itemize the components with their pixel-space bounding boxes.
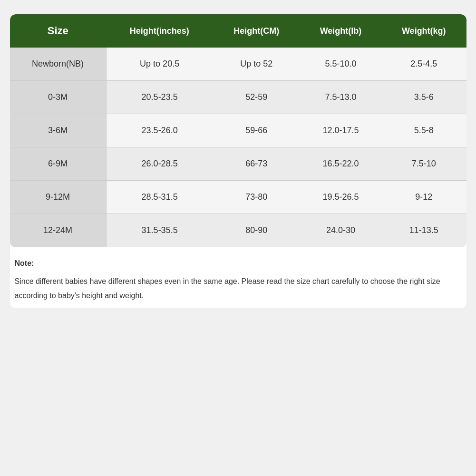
table-row: 12-24M31.5-35.580-9024.0-3011-13.5 bbox=[10, 214, 466, 247]
cell-weight-lb: 19.5-26.5 bbox=[300, 181, 381, 214]
table-header-row: Size Height(inches) Height(CM) Weight(lb… bbox=[10, 14, 466, 48]
cell-size: 9-12M bbox=[10, 181, 107, 214]
cell-height-in: 28.5-31.5 bbox=[106, 181, 213, 214]
header-height-cm: Height(CM) bbox=[213, 14, 300, 48]
cell-size: 12-24M bbox=[10, 214, 107, 247]
header-weight-lb: Weight(lb) bbox=[300, 14, 381, 48]
cell-size: 0-3M bbox=[10, 81, 107, 114]
header-weight-kg: Weight(kg) bbox=[381, 14, 466, 48]
cell-weight-kg: 5.5-8 bbox=[381, 114, 466, 147]
cell-height-cm: 80-90 bbox=[213, 214, 300, 247]
cell-weight-lb: 12.0-17.5 bbox=[300, 114, 381, 147]
header-size: Size bbox=[10, 14, 107, 48]
cell-size: 3-6M bbox=[10, 114, 107, 147]
table-row: 0-3M20.5-23.552-597.5-13.03.5-6 bbox=[10, 81, 466, 114]
cell-weight-kg: 7.5-10 bbox=[381, 147, 466, 181]
table-row: Newborn(NB)Up to 20.5Up to 525.5-10.02.5… bbox=[10, 48, 466, 81]
table-row: 9-12M28.5-31.573-8019.5-26.59-12 bbox=[10, 181, 466, 214]
size-table: Size Height(inches) Height(CM) Weight(lb… bbox=[10, 14, 466, 247]
cell-height-cm: 59-66 bbox=[213, 114, 300, 147]
cell-weight-kg: 11-13.5 bbox=[381, 214, 466, 247]
cell-weight-lb: 5.5-10.0 bbox=[300, 48, 381, 81]
cell-size: 6-9M bbox=[10, 147, 107, 181]
table-row: 3-6M23.5-26.059-6612.0-17.55.5-8 bbox=[10, 114, 466, 147]
table-row: 6-9M26.0-28.566-7316.5-22.07.5-10 bbox=[10, 147, 466, 181]
cell-height-cm: 66-73 bbox=[213, 147, 300, 181]
cell-weight-kg: 3.5-6 bbox=[381, 81, 466, 114]
table-wrapper: Size Height(inches) Height(CM) Weight(lb… bbox=[10, 14, 466, 247]
size-chart-container: Size Height(inches) Height(CM) Weight(lb… bbox=[10, 14, 466, 308]
cell-weight-lb: 7.5-13.0 bbox=[300, 81, 381, 114]
cell-height-cm: Up to 52 bbox=[213, 48, 300, 81]
cell-height-in: 31.5-35.5 bbox=[106, 214, 213, 247]
cell-height-in: 26.0-28.5 bbox=[106, 147, 213, 181]
cell-height-cm: 73-80 bbox=[213, 181, 300, 214]
note-title: Note: bbox=[15, 257, 462, 271]
cell-weight-kg: 9-12 bbox=[381, 181, 466, 214]
note-section: Note: Since different babies have differ… bbox=[10, 247, 466, 308]
cell-weight-kg: 2.5-4.5 bbox=[381, 48, 466, 81]
header-height-inches: Height(inches) bbox=[106, 14, 213, 48]
cell-weight-lb: 16.5-22.0 bbox=[300, 147, 381, 181]
cell-height-in: Up to 20.5 bbox=[106, 48, 213, 81]
cell-height-in: 20.5-23.5 bbox=[106, 81, 213, 114]
cell-height-in: 23.5-26.0 bbox=[106, 114, 213, 147]
note-text: Since different babies have different sh… bbox=[15, 277, 440, 300]
cell-height-cm: 52-59 bbox=[213, 81, 300, 114]
cell-size: Newborn(NB) bbox=[10, 48, 107, 81]
cell-weight-lb: 24.0-30 bbox=[300, 214, 381, 247]
